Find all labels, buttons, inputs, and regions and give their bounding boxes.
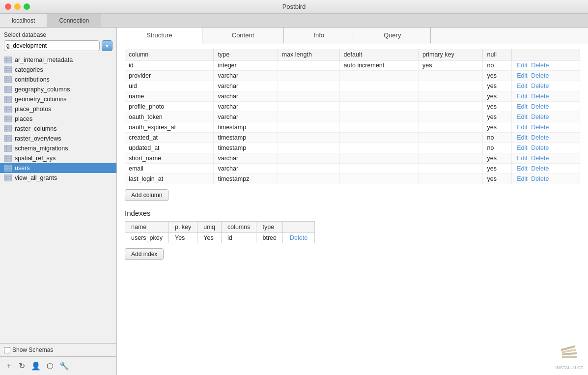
delete-index-button[interactable]: Delete bbox=[289, 234, 308, 241]
delete-button[interactable]: Delete bbox=[530, 83, 550, 89]
delete-button[interactable]: Delete bbox=[530, 155, 550, 162]
cell-maxlength bbox=[278, 60, 339, 71]
delete-button[interactable]: Delete bbox=[530, 114, 550, 120]
refresh-button[interactable]: ↻ bbox=[18, 360, 26, 372]
cell-actions: Edit Delete bbox=[512, 91, 580, 102]
delete-button[interactable]: Delete bbox=[530, 134, 550, 141]
indexes-title: Indexes bbox=[125, 209, 580, 217]
cell-primarykey bbox=[419, 133, 483, 143]
sidebar-actions: ＋ ↻ 👤 ⬡ 🔧 bbox=[0, 356, 116, 375]
cell-type: varchar bbox=[214, 71, 278, 81]
edit-button[interactable]: Edit bbox=[516, 165, 529, 172]
svg-rect-32 bbox=[4, 135, 12, 142]
tab-connection[interactable]: Connection bbox=[47, 14, 101, 27]
cell-column: uid bbox=[125, 81, 214, 91]
cell-maxlength bbox=[278, 102, 339, 112]
col-header-null: null bbox=[483, 49, 512, 60]
delete-button[interactable]: Delete bbox=[530, 103, 550, 110]
window-tabbar: localhost Connection bbox=[0, 14, 588, 28]
db-select-arrow[interactable]: ▼ bbox=[102, 40, 112, 51]
add-column-button[interactable]: Add column bbox=[125, 189, 168, 201]
database-select[interactable]: g_development bbox=[4, 40, 100, 51]
maximize-button[interactable] bbox=[24, 3, 30, 10]
schema-button[interactable]: ⬡ bbox=[46, 360, 55, 372]
idx-header-actions bbox=[282, 222, 314, 233]
tab-content[interactable]: Content bbox=[202, 28, 284, 44]
edit-button[interactable]: Edit bbox=[516, 114, 529, 120]
columns-header-row: column type max length default primary k… bbox=[125, 49, 580, 60]
sidebar-item-schema_migrations[interactable]: schema_migrations bbox=[0, 144, 116, 153]
delete-button[interactable]: Delete bbox=[530, 72, 550, 79]
sidebar-item-label: place_photos bbox=[15, 106, 51, 113]
delete-button[interactable]: Delete bbox=[530, 62, 550, 69]
sidebar-item-label: users bbox=[15, 165, 30, 172]
table-row: oauth_expires_at timestamp yes Edit Dele… bbox=[125, 122, 580, 133]
cell-actions: Edit Delete bbox=[512, 60, 580, 71]
show-schemas-label[interactable]: Show Schemas bbox=[4, 346, 112, 353]
svg-rect-4 bbox=[4, 66, 12, 73]
table-icon bbox=[4, 174, 12, 181]
sidebar-header: Select database bbox=[0, 28, 116, 40]
delete-button[interactable]: Delete bbox=[530, 144, 550, 151]
sidebar-item-places[interactable]: places bbox=[0, 114, 116, 124]
edit-button[interactable]: Edit bbox=[516, 124, 529, 131]
table-row: email varchar yes Edit Delete bbox=[125, 164, 580, 174]
add-table-button[interactable]: ＋ bbox=[4, 360, 14, 372]
svg-rect-12 bbox=[4, 86, 12, 93]
cell-column: updated_at bbox=[125, 143, 214, 153]
logo-area: INSTALUJ.CZ bbox=[556, 343, 583, 370]
edit-button[interactable]: Edit bbox=[516, 103, 529, 110]
cell-default bbox=[339, 143, 419, 153]
sidebar-item-geometry_columns[interactable]: geometry_columns bbox=[0, 94, 116, 104]
cell-type: varchar bbox=[214, 102, 278, 112]
delete-button[interactable]: Delete bbox=[530, 124, 550, 131]
idx-header-type: type bbox=[256, 222, 283, 233]
tab-structure[interactable]: Structure bbox=[117, 28, 202, 44]
show-schemas-checkbox[interactable] bbox=[4, 347, 10, 353]
sidebar-item-spatial_ref_sys[interactable]: spatial_ref_sys bbox=[0, 153, 116, 163]
sidebar-item-raster_overviews[interactable]: raster_overviews bbox=[0, 134, 116, 144]
delete-button[interactable]: Delete bbox=[530, 175, 550, 182]
delete-button[interactable]: Delete bbox=[530, 93, 550, 100]
sidebar-item-label: ar_internal_metadata bbox=[15, 57, 73, 63]
cell-null: no bbox=[483, 60, 512, 71]
edit-button[interactable]: Edit bbox=[516, 93, 529, 100]
sidebar-item-categories[interactable]: categories bbox=[0, 65, 116, 75]
tab-info[interactable]: Info bbox=[284, 28, 354, 44]
add-index-button[interactable]: Add index bbox=[125, 248, 164, 260]
sidebar-item-raster_columns[interactable]: raster_columns bbox=[0, 124, 116, 134]
edit-button[interactable]: Edit bbox=[516, 62, 529, 69]
delete-button[interactable]: Delete bbox=[530, 165, 550, 172]
cell-actions: Edit Delete bbox=[512, 133, 580, 143]
table-row: created_at timestamp no Edit Delete bbox=[125, 133, 580, 143]
sidebar-item-place_photos[interactable]: place_photos bbox=[0, 104, 116, 114]
sidebar-item-geography_columns[interactable]: geography_columns bbox=[0, 85, 116, 94]
cell-primarykey bbox=[419, 71, 483, 81]
settings-button[interactable]: 🔧 bbox=[58, 360, 70, 372]
tab-localhost[interactable]: localhost bbox=[0, 14, 47, 27]
cell-primarykey bbox=[419, 174, 483, 184]
cell-primarykey bbox=[419, 122, 483, 133]
sidebar-item-users[interactable]: users bbox=[0, 163, 116, 173]
edit-button[interactable]: Edit bbox=[516, 175, 529, 182]
idx-cell-actions: Delete bbox=[282, 233, 314, 243]
table-row: short_name varchar yes Edit Delete bbox=[125, 153, 580, 164]
edit-button[interactable]: Edit bbox=[516, 155, 529, 162]
user-button[interactable]: 👤 bbox=[30, 360, 42, 372]
cell-column: profile_photo bbox=[125, 102, 214, 112]
edit-button[interactable]: Edit bbox=[516, 83, 529, 89]
minimize-button[interactable] bbox=[14, 3, 21, 10]
cell-type: integer bbox=[214, 60, 278, 71]
sidebar-item-contributions[interactable]: contributions bbox=[0, 75, 116, 85]
svg-rect-36 bbox=[4, 145, 12, 152]
cell-primarykey bbox=[419, 143, 483, 153]
cell-type: timestamp bbox=[214, 122, 278, 133]
edit-button[interactable]: Edit bbox=[516, 134, 529, 141]
close-button[interactable] bbox=[5, 3, 11, 10]
cell-primarykey bbox=[419, 112, 483, 122]
sidebar-item-view_all_grants[interactable]: view_all_grants bbox=[0, 173, 116, 183]
edit-button[interactable]: Edit bbox=[516, 144, 529, 151]
tab-query[interactable]: Query bbox=[354, 28, 431, 44]
sidebar-item-ar_internal_metadata[interactable]: ar_internal_metadata bbox=[0, 55, 116, 65]
edit-button[interactable]: Edit bbox=[516, 72, 529, 79]
